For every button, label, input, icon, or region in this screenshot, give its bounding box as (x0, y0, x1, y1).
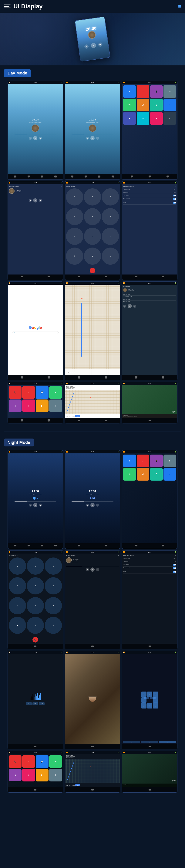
social-list-item-3[interactable]: 华乐_试听_mp3 (123, 298, 176, 301)
social-next[interactable]: ⏭ (133, 305, 136, 308)
n-next-btn-1[interactable]: ⏭ (39, 503, 42, 506)
app-settings[interactable]: ⚙ (163, 85, 176, 98)
n-app-phone[interactable]: 📱 (150, 455, 163, 467)
n-prev-btn-2[interactable]: ⏮ (86, 503, 89, 506)
key-7[interactable]: 7 (66, 228, 83, 245)
cp-spotify[interactable]: ♫ (9, 400, 22, 412)
key-0[interactable]: 0 (84, 248, 101, 265)
n-nav-2-1[interactable]: DIAL (78, 545, 80, 547)
n-nav-6-1[interactable] (149, 646, 151, 647)
bt-auto-connect-toggle[interactable] (173, 198, 176, 200)
key-2[interactable]: 2 (84, 188, 101, 206)
nav-appl[interactable]: APPL (166, 176, 169, 178)
nav-8-2[interactable]: MAIL (105, 376, 107, 379)
key-9[interactable]: 9 (102, 228, 119, 245)
hamburger-right-icon[interactable]: ≡ (178, 3, 181, 9)
next-btn-2[interactable]: ⏭ (96, 137, 99, 140)
n-nav-2-2[interactable]: MAIL (105, 545, 107, 547)
social-play[interactable]: ⏸ (128, 304, 132, 308)
app-waze[interactable]: W (137, 99, 149, 111)
n-bt-auto-answer-toggle[interactable] (173, 564, 176, 566)
app-phone[interactable]: 📱 (150, 85, 163, 98)
app-telegram[interactable]: ✈ (123, 85, 136, 98)
arrow-downleft[interactable]: ↙ (141, 703, 147, 709)
n-cp-extra[interactable]: ▶ (36, 769, 48, 781)
nav-10-1[interactable]: DIAL (21, 419, 23, 422)
coffee-go-button[interactable]: GO (75, 415, 80, 417)
n-cp-phone[interactable]: 📞 (9, 755, 22, 768)
nav-item-4[interactable]: AUTO (54, 176, 57, 178)
key-hash[interactable]: # (102, 248, 119, 265)
play-btn-2[interactable]: ⏸ (90, 136, 95, 140)
n-nav-7-1[interactable] (34, 746, 36, 747)
n-nav-8-1[interactable] (91, 746, 94, 747)
n-play-btn-2[interactable]: ⏸ (90, 503, 95, 507)
n-bt-prev[interactable]: ⏮ (86, 568, 89, 571)
nav-dial[interactable]: DIAL (149, 176, 151, 178)
n-nav-4-1[interactable] (34, 646, 36, 647)
app-bt[interactable]: B (150, 99, 163, 111)
cp-podcast[interactable]: 🎙 (22, 400, 35, 412)
n-key-star[interactable]: ✱ (9, 617, 26, 634)
n-nav-3-1[interactable]: BT (135, 545, 137, 547)
play-btn-1[interactable]: ⏸ (33, 136, 37, 140)
cp-music[interactable]: ♪ (22, 386, 35, 399)
end-call-button[interactable]: 📞 (90, 268, 95, 273)
n-nav-9-1[interactable] (149, 746, 151, 747)
n-app-bt[interactable]: B (150, 468, 163, 480)
nav-7-1[interactable]: DIAL (21, 376, 23, 379)
bt-next[interactable]: ⏭ (39, 199, 42, 202)
n-app-settings[interactable]: ⚙ (163, 455, 176, 467)
n-app-extra1[interactable]: + (163, 468, 176, 480)
app-extra2[interactable]: ▶ (123, 112, 136, 125)
prev-button[interactable]: ⏮ (84, 44, 89, 49)
cp-maps[interactable]: 🗺 (49, 386, 62, 399)
cp-extra[interactable]: ▶ (36, 400, 48, 412)
cp-phone[interactable]: 📞 (9, 386, 22, 399)
n-key-hash[interactable]: # (45, 617, 62, 634)
n-nav-10-1[interactable] (34, 789, 36, 790)
nav-phone[interactable]: DIAL (21, 276, 23, 278)
n-key-3[interactable]: 3 (45, 557, 62, 575)
nav-12-1[interactable] (149, 420, 151, 422)
eq-control-3[interactable]: TREBLE (39, 702, 45, 705)
cp-settings[interactable]: ⚙ (49, 400, 62, 412)
n-app-telegram[interactable]: ✈ (123, 455, 136, 467)
n-key-5[interactable]: 5 (27, 577, 44, 594)
google-search-bar[interactable]: 🔍 (12, 331, 58, 334)
n-app-music[interactable]: ♪ (137, 455, 149, 467)
eq-control-2[interactable]: MID (32, 702, 38, 705)
eq-control-1[interactable]: BASS (26, 702, 32, 705)
n-end-call-button[interactable]: 📞 (32, 637, 38, 643)
menu-icon[interactable] (4, 3, 10, 10)
n-key-6[interactable]: 6 (45, 577, 62, 594)
n-key-8[interactable]: 8 (27, 597, 44, 614)
n-cp-spotify[interactable]: ♫ (9, 769, 22, 781)
bt-play[interactable]: ⏸ (33, 198, 37, 203)
nav-6-1[interactable]: DIAL (135, 276, 137, 278)
n-key-2[interactable]: 2 (27, 557, 44, 575)
nav-9-2[interactable]: MAIL (162, 376, 164, 379)
arrow-left[interactable]: ← (141, 698, 147, 703)
n-play-btn-1[interactable]: ⏸ (33, 503, 37, 507)
n-key-9[interactable]: 9 (45, 597, 62, 614)
app-extra5[interactable]: ★ (163, 112, 176, 125)
social-list-item-4[interactable]: 华乐_试听_mp3 (123, 301, 176, 303)
n-next-btn-2[interactable]: ⏭ (96, 503, 99, 506)
app-extra4[interactable]: ❤ (150, 112, 163, 125)
prev-btn-1[interactable]: ⏮ (29, 137, 32, 140)
n-key-7[interactable]: 7 (9, 597, 26, 614)
app-extra1[interactable]: + (163, 99, 176, 111)
n-bt-play[interactable]: ⏸ (90, 567, 95, 571)
app-navigation[interactable]: 🗺 (123, 99, 136, 111)
nav-item-1[interactable]: DIAL (14, 176, 17, 178)
nav-item-2[interactable]: MAIL (28, 176, 30, 178)
key-star[interactable]: ✱ (66, 248, 83, 265)
nav-11-1[interactable] (78, 420, 80, 422)
n-cp-podcast[interactable]: 🎙 (22, 769, 35, 781)
arrow-upleft[interactable]: ↖ (141, 691, 147, 697)
nav-func-2[interactable]: MAP (141, 741, 158, 743)
nav-item-8[interactable]: AUTO (111, 176, 114, 178)
n-nav-1-4[interactable]: AUTO (54, 545, 57, 547)
n-bt-power-toggle[interactable] (173, 571, 176, 573)
